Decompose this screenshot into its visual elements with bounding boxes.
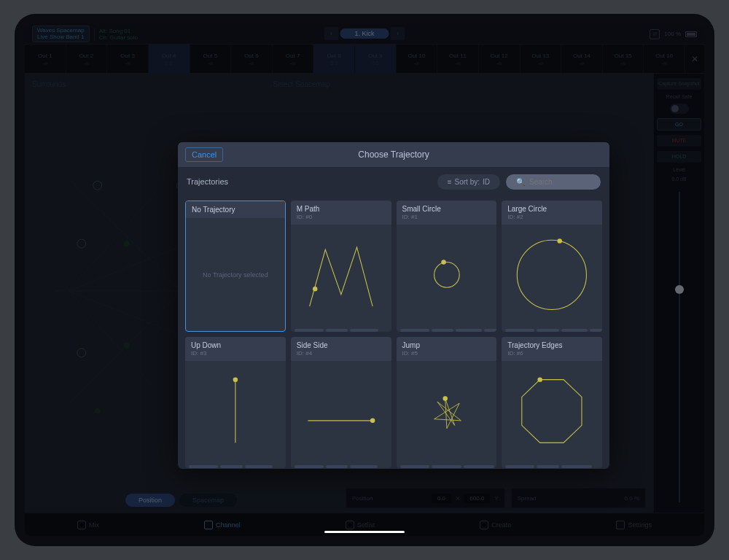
card-id: ID: #6 bbox=[507, 350, 596, 357]
plus-icon bbox=[204, 521, 213, 529]
tag: defaults bbox=[400, 465, 429, 468]
recall-safe-toggle[interactable] bbox=[670, 104, 689, 114]
output-13[interactable]: Out 13-∞ bbox=[521, 44, 562, 73]
output-label: Out 8 bbox=[327, 52, 341, 59]
capture-snapshot-button[interactable]: Capture Snapshot bbox=[657, 78, 701, 90]
list-icon bbox=[346, 521, 354, 529]
tab-spacemap[interactable]: Spacemap bbox=[179, 494, 237, 507]
output-label: Out 11 bbox=[449, 52, 467, 59]
output-9[interactable]: Out 90.0 bbox=[355, 44, 397, 73]
prev-channel-button[interactable]: ‹ bbox=[324, 27, 338, 40]
output-value: -∞ bbox=[42, 61, 47, 66]
svg-point-19 bbox=[95, 408, 101, 414]
output-value: -∞ bbox=[496, 61, 502, 66]
tag: angular bbox=[350, 329, 378, 332]
nav-mix[interactable]: Mix bbox=[77, 521, 99, 529]
svg-point-8 bbox=[93, 181, 102, 190]
spread-box: Spread 0.0 % bbox=[511, 488, 646, 508]
trajectory-preview bbox=[397, 225, 497, 325]
trajectory-card-5[interactable]: JumpID: #5defaultscomplexfreeforma bbox=[397, 337, 497, 468]
output-value: -∞ bbox=[455, 61, 460, 66]
output-label: Out 10 bbox=[408, 52, 425, 59]
search-input[interactable] bbox=[529, 178, 588, 186]
trajectory-card-1[interactable]: Small CircleID: #1defaultsbasiccurvedpre… bbox=[397, 201, 497, 332]
hold-button[interactable]: HOLD bbox=[657, 151, 701, 163]
tab-position[interactable]: Position bbox=[125, 494, 175, 507]
output-10[interactable]: Out 10-∞ bbox=[397, 44, 438, 73]
output-label: Out 15 bbox=[615, 52, 632, 59]
project-box[interactable]: Waves Spacemap Live Show Band 1 bbox=[32, 26, 90, 43]
trajectory-card-6[interactable]: Trajectory EdgesID: #6defaultsbasicfreef… bbox=[502, 337, 602, 468]
svg-point-25 bbox=[441, 260, 445, 264]
output-value: 0.0 bbox=[165, 61, 173, 66]
tag: defaults bbox=[505, 465, 534, 468]
output-label: Out 14 bbox=[573, 52, 590, 59]
svg-marker-33 bbox=[522, 380, 582, 443]
output-14[interactable]: Out 14-∞ bbox=[561, 44, 603, 73]
trajectory-preview bbox=[502, 225, 602, 325]
card-title: Up Down bbox=[191, 341, 280, 349]
top-bar: Waves Spacemap Live Show Band 1 Alt: Son… bbox=[25, 24, 704, 44]
mute-button[interactable]: MUTE bbox=[657, 135, 701, 147]
output-15[interactable]: Out 15-∞ bbox=[603, 44, 644, 73]
position-x[interactable]: 0.0 bbox=[432, 494, 451, 503]
output-12[interactable]: Out 12-∞ bbox=[479, 44, 521, 73]
trajectory-card-0[interactable]: M PathID: #0defaultsbasicangular bbox=[291, 201, 391, 332]
svg-point-13 bbox=[124, 241, 130, 246]
trajectory-card-2[interactable]: Large CircleID: #2defaultsbasiccurvedpre… bbox=[502, 201, 602, 332]
position-y[interactable]: 600.0 bbox=[464, 494, 490, 503]
cancel-button[interactable]: Cancel bbox=[185, 147, 223, 162]
tag: complex bbox=[432, 465, 462, 468]
card-title: Side Side bbox=[297, 341, 386, 349]
output-11[interactable]: Out 11-∞ bbox=[437, 44, 479, 73]
output-5[interactable]: Out 5-∞ bbox=[190, 44, 232, 73]
next-channel-button[interactable]: › bbox=[391, 27, 405, 40]
output-16[interactable]: Out 16-∞ bbox=[644, 44, 685, 73]
output-value: -∞ bbox=[208, 61, 213, 66]
output-label: Out 2 bbox=[79, 52, 94, 59]
sort-button[interactable]: ≡ Sort by: ID bbox=[437, 174, 500, 190]
nav-channel[interactable]: Channel bbox=[204, 521, 241, 529]
output-label: Out 3 bbox=[120, 52, 135, 59]
trajectory-card-4[interactable]: Side SideID: #4defaultsbasicprecise bbox=[291, 337, 391, 468]
output-label: Out 5 bbox=[203, 52, 218, 59]
tag: freeform bbox=[464, 465, 494, 468]
output-value: -∞ bbox=[538, 61, 543, 66]
trajectory-card-3[interactable]: Up DownID: #3defaultsbasicprecise bbox=[185, 337, 286, 468]
output-1[interactable]: Out 1-∞ bbox=[25, 44, 66, 73]
level-slider[interactable] bbox=[679, 192, 680, 502]
output-6[interactable]: Out 6-∞ bbox=[231, 44, 273, 73]
choose-trajectory-modal: Cancel Choose Trajectory Trajectories ≡ … bbox=[178, 142, 609, 469]
select-spacemap-button[interactable]: Select Spacemap bbox=[273, 80, 330, 88]
tag: curved bbox=[456, 329, 482, 332]
card-id: ID: #1 bbox=[402, 214, 491, 220]
home-indicator[interactable] bbox=[324, 531, 405, 533]
card-id: ID: #0 bbox=[297, 214, 386, 220]
output-3[interactable]: Out 3-∞ bbox=[107, 44, 149, 73]
output-7[interactable]: Out 7-∞ bbox=[273, 44, 314, 73]
search-field[interactable]: 🔍 bbox=[506, 174, 601, 190]
output-8[interactable]: Out 80.0 bbox=[313, 44, 355, 73]
nav-settings[interactable]: Settings bbox=[616, 521, 652, 529]
tag: defaults bbox=[189, 465, 218, 468]
card-title: M Path bbox=[297, 205, 386, 213]
nav-setlist[interactable]: Setlist bbox=[346, 521, 375, 529]
mixer-icon[interactable]: ⎚ bbox=[650, 29, 660, 39]
card-title: Trajectory Edges bbox=[507, 341, 596, 349]
close-outputs-button[interactable]: ✕ bbox=[685, 44, 704, 73]
output-value: -∞ bbox=[620, 61, 625, 66]
svg-point-29 bbox=[233, 377, 238, 381]
position-readout: Position 0.0 X 600.0 Y bbox=[346, 488, 505, 508]
trajectory-card-none[interactable]: No TrajectoryNo Trajectory selected bbox=[185, 201, 286, 332]
trajectory-preview bbox=[291, 361, 391, 462]
tag: freeform bbox=[561, 465, 592, 468]
channel-pill[interactable]: 1. Kick bbox=[340, 28, 389, 39]
output-4[interactable]: Out 40.0 bbox=[149, 44, 190, 73]
output-value: -∞ bbox=[125, 61, 130, 66]
trajectory-preview bbox=[291, 225, 391, 325]
nav-create[interactable]: Create bbox=[480, 521, 511, 529]
output-2[interactable]: Out 2-∞ bbox=[66, 44, 108, 73]
svg-point-11 bbox=[77, 239, 86, 248]
card-title: No Trajectory bbox=[192, 206, 279, 214]
go-button[interactable]: GO bbox=[657, 118, 701, 131]
